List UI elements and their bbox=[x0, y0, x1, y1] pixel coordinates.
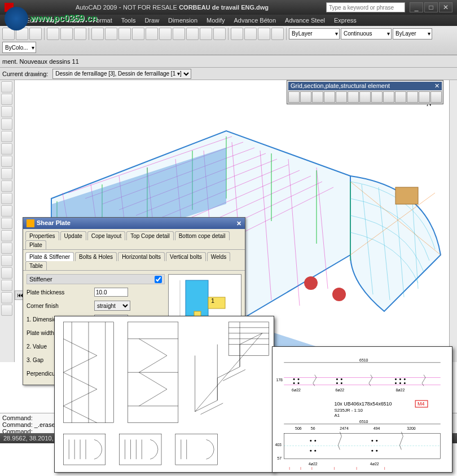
ellipse-icon[interactable] bbox=[1, 143, 12, 155]
svg-text:178: 178 bbox=[276, 378, 283, 382]
beam-icon[interactable] bbox=[336, 91, 347, 103]
circle-icon[interactable] bbox=[1, 106, 12, 117]
menu-advance-steel[interactable]: Advance Steel bbox=[280, 17, 329, 24]
weld-icon[interactable] bbox=[383, 91, 394, 103]
brace-icon[interactable] bbox=[348, 91, 359, 103]
layer-dropdown[interactable]: ByLayer bbox=[289, 28, 340, 39]
search-input[interactable] bbox=[326, 2, 405, 12]
tool-icon[interactable] bbox=[271, 28, 284, 40]
bolt-icon[interactable] bbox=[371, 91, 383, 103]
svg-text:1: 1 bbox=[211, 297, 214, 304]
tab-properties[interactable]: Properties bbox=[25, 231, 59, 240]
svg-point-130 bbox=[376, 450, 377, 452]
copy-icon[interactable] bbox=[1, 243, 12, 254]
lineweight-dropdown[interactable]: ByLayer bbox=[393, 28, 432, 39]
svg-point-99 bbox=[395, 378, 397, 380]
structural-toolbar[interactable]: Grid,section,plate,structural element ✕ bbox=[287, 80, 443, 104]
color-dropdown[interactable]: ByColo... bbox=[2, 42, 36, 53]
tool-icon[interactable] bbox=[231, 28, 243, 40]
dialog-titlebar[interactable]: Shear Plate ✕ bbox=[23, 218, 245, 229]
plate-icon[interactable] bbox=[312, 91, 323, 103]
menu-dimension[interactable]: Dimension bbox=[164, 17, 202, 24]
tool-icon[interactable] bbox=[93, 56, 103, 67]
table-icon[interactable] bbox=[1, 205, 12, 217]
tool-icon[interactable] bbox=[419, 91, 430, 103]
scale-icon[interactable] bbox=[1, 267, 12, 279]
tab-table[interactable]: Table bbox=[25, 261, 47, 270]
tab-plate[interactable]: Plate bbox=[25, 240, 46, 249]
tool-icon[interactable] bbox=[186, 28, 199, 40]
tool-icon[interactable] bbox=[105, 28, 117, 40]
current-drawing-select[interactable]: Dessin de ferraillage [3], Dessin de fer… bbox=[52, 69, 191, 79]
right-scrollbar[interactable] bbox=[449, 80, 457, 362]
tab-horizontal-bolts[interactable]: Horizontal bolts bbox=[118, 252, 165, 261]
plate-thickness-input[interactable] bbox=[94, 288, 128, 297]
line-icon[interactable] bbox=[1, 81, 12, 92]
corner-finish-select[interactable]: straight bbox=[94, 301, 130, 311]
close-icon[interactable]: ✕ bbox=[434, 82, 440, 90]
tab-plate-stiffener[interactable]: Plate & Stiffener bbox=[25, 252, 74, 261]
menu-draw[interactable]: Draw bbox=[140, 17, 164, 24]
arc-icon[interactable] bbox=[1, 118, 12, 130]
tab-bottom-cope[interactable]: Bottom cope detail bbox=[175, 231, 230, 240]
tool-icon[interactable] bbox=[146, 28, 158, 40]
text-icon[interactable] bbox=[1, 168, 12, 179]
svg-rect-121 bbox=[284, 434, 441, 459]
tool-icon[interactable] bbox=[118, 28, 131, 40]
svg-text:494: 494 bbox=[373, 426, 380, 430]
dialog-close-icon[interactable]: ✕ bbox=[236, 220, 241, 227]
hatch-icon[interactable] bbox=[1, 156, 12, 167]
menu-tools[interactable]: Tools bbox=[117, 17, 140, 24]
linetype-dropdown[interactable]: Continuous bbox=[341, 28, 392, 39]
minimize-button[interactable]: _ bbox=[410, 2, 423, 12]
joint-icon[interactable] bbox=[359, 91, 371, 103]
svg-rect-69 bbox=[63, 434, 105, 465]
maximize-button[interactable]: □ bbox=[424, 2, 438, 12]
svg-line-59 bbox=[139, 389, 167, 406]
tool-icon[interactable] bbox=[200, 28, 212, 40]
svg-rect-39 bbox=[396, 187, 418, 204]
tool-icon[interactable] bbox=[173, 28, 185, 40]
tool-icon[interactable] bbox=[244, 28, 257, 40]
tab-bolts-holes[interactable]: Bolts & Holes bbox=[75, 252, 117, 261]
tab-welds[interactable]: Welds bbox=[207, 252, 231, 261]
menu-express[interactable]: Express bbox=[329, 17, 361, 24]
region-icon[interactable] bbox=[1, 218, 12, 229]
tool-icon[interactable] bbox=[395, 91, 406, 103]
point-icon[interactable] bbox=[1, 180, 12, 192]
menu-advance-beton[interactable]: Advance Béton bbox=[229, 17, 280, 24]
column-icon[interactable] bbox=[324, 91, 335, 103]
svg-text:S235JR - 1:10: S235JR - 1:10 bbox=[334, 408, 363, 413]
block-icon[interactable] bbox=[1, 193, 12, 204]
section-icon[interactable] bbox=[300, 91, 311, 103]
svg-point-98 bbox=[341, 382, 342, 384]
tool-icon[interactable] bbox=[430, 91, 442, 103]
tab-update[interactable]: Update bbox=[60, 231, 86, 240]
tab-top-cope[interactable]: Top Cope detail bbox=[126, 231, 174, 240]
svg-line-47 bbox=[63, 339, 97, 356]
menu-modify[interactable]: Modify bbox=[202, 17, 229, 24]
tool-icon[interactable] bbox=[105, 56, 115, 67]
stiffener-checkbox[interactable] bbox=[155, 276, 162, 283]
tool-icon[interactable] bbox=[132, 28, 144, 40]
rectangle-icon[interactable] bbox=[1, 131, 12, 142]
move-icon[interactable] bbox=[1, 230, 12, 241]
tool-icon[interactable] bbox=[213, 28, 226, 40]
text-a-icon[interactable] bbox=[1, 305, 12, 316]
rotate-icon[interactable] bbox=[1, 255, 12, 266]
mirror-icon[interactable] bbox=[1, 280, 12, 291]
svg-line-64 bbox=[201, 403, 223, 415]
close-button[interactable]: ✕ bbox=[439, 2, 452, 12]
trim-icon[interactable] bbox=[1, 292, 12, 303]
tool-icon[interactable] bbox=[407, 91, 418, 103]
tool-icon[interactable] bbox=[159, 28, 172, 40]
tab-vertical-bolts[interactable]: Vertical bolts bbox=[166, 252, 206, 261]
tab-cope-layout[interactable]: Cope layout bbox=[87, 231, 125, 240]
svg-line-51 bbox=[63, 406, 97, 423]
tool-icon[interactable] bbox=[258, 28, 270, 40]
grid-icon[interactable] bbox=[288, 91, 300, 103]
svg-text:56: 56 bbox=[311, 426, 315, 430]
svg-point-97 bbox=[336, 382, 338, 384]
svg-point-38 bbox=[332, 288, 346, 301]
polyline-icon[interactable] bbox=[1, 94, 12, 105]
